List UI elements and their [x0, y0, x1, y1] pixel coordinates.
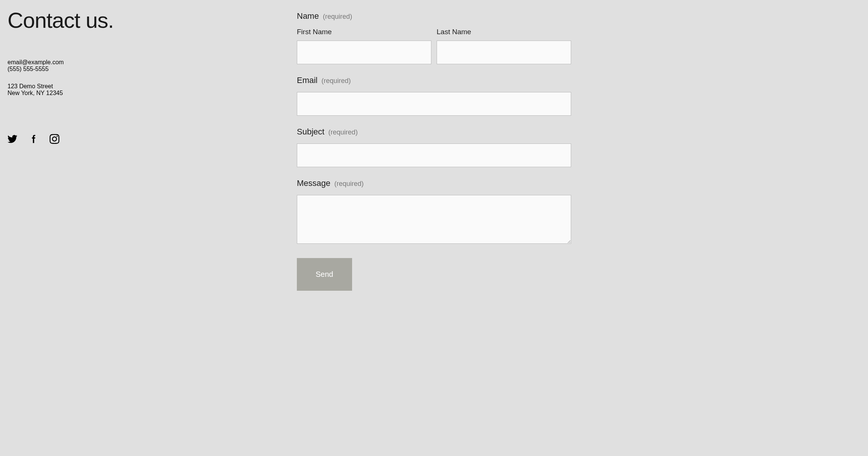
twitter-icon: [8, 134, 17, 144]
last-name-input[interactable]: [437, 41, 571, 64]
send-button[interactable]: Send: [297, 258, 352, 291]
email-required-text: (required): [321, 77, 351, 85]
last-name-label: Last Name: [437, 28, 571, 36]
page-title: Contact us.: [8, 8, 282, 33]
email-label: Email: [297, 75, 318, 85]
subject-required-text: (required): [328, 128, 358, 136]
message-label: Message: [297, 178, 330, 188]
first-name-label: First Name: [297, 28, 431, 36]
message-textarea[interactable]: [297, 195, 571, 244]
first-name-input[interactable]: [297, 41, 431, 64]
instagram-icon: [50, 134, 59, 144]
subject-input[interactable]: [297, 143, 571, 167]
instagram-link[interactable]: [50, 134, 59, 144]
email-input[interactable]: [297, 92, 571, 116]
facebook-link[interactable]: [29, 134, 38, 144]
contact-address-line1: 123 Demo Street: [8, 83, 282, 90]
twitter-link[interactable]: [8, 134, 17, 144]
contact-phone: (555) 555-5555: [8, 66, 282, 72]
name-label: Name: [297, 11, 319, 21]
name-required-text: (required): [323, 13, 352, 20]
message-required-text: (required): [334, 180, 364, 187]
subject-label: Subject: [297, 127, 324, 137]
facebook-icon: [29, 134, 38, 144]
contact-email: email@example.com: [8, 59, 282, 66]
contact-address-line2: New York, NY 12345: [8, 90, 282, 97]
